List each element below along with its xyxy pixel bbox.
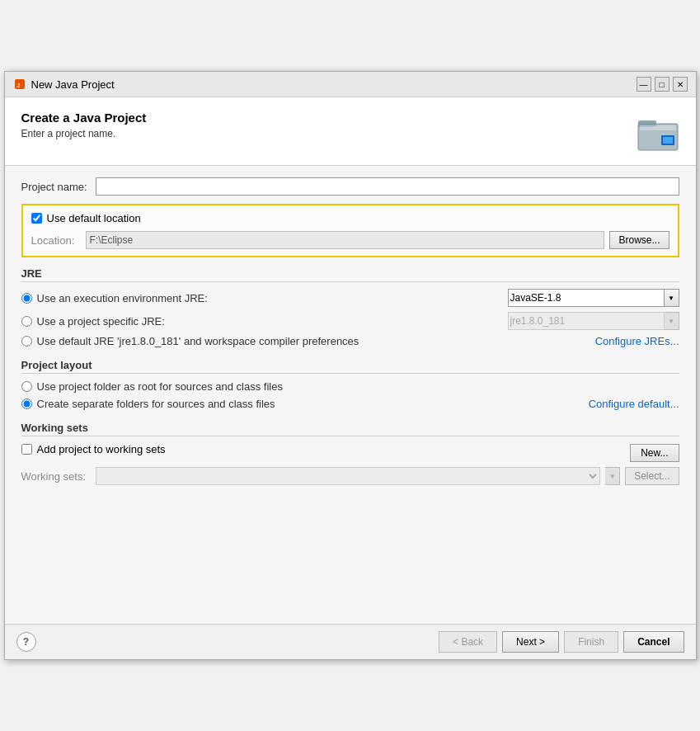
use-default-location-row: Use default location (31, 212, 669, 224)
jre-option1-label: Use an execution environment JRE: (37, 292, 208, 304)
jre-option3-row: Use default JRE 'jre1.8.0_181' and works… (21, 335, 679, 347)
layout-option2-row: Create separate folders for sources and … (21, 398, 679, 410)
layout-option1-label: Use project folder as root for sources a… (37, 380, 283, 393)
jre-combo-arrow[interactable]: ▼ (665, 289, 679, 307)
header-text: Create a Java Project Enter a project na… (21, 111, 147, 139)
jre-option3-left: Use default JRE 'jre1.8.0_181' and works… (21, 335, 359, 347)
header-section: Create a Java Project Enter a project na… (5, 97, 696, 166)
title-bar-left: J New Java Project (13, 78, 115, 91)
jre-option3-radio[interactable] (21, 336, 32, 347)
ws-combo-arrow: ▼ (605, 467, 620, 485)
working-sets-combo[interactable] (96, 467, 601, 485)
layout-option2-radio[interactable] (21, 399, 32, 409)
jre-option2-combo-wrapper: jre1.8.0_181 ▼ (508, 312, 679, 330)
jre-option1-combo-wrapper: JavaSE-1.8 JavaSE-11 JavaSE-17 ▼ (508, 289, 679, 307)
layout-option2-label: Create separate folders for sources and … (37, 398, 275, 410)
jre-option2-radio[interactable] (21, 316, 32, 327)
finish-button[interactable]: Finish (564, 631, 618, 653)
browse-button[interactable]: Browse... (609, 231, 669, 249)
use-default-checkbox[interactable] (31, 213, 42, 224)
working-sets-input-row: Working sets: ▼ Select... (21, 467, 679, 485)
title-bar: J New Java Project — □ ✕ (5, 72, 696, 97)
layout-option2-left: Create separate folders for sources and … (21, 398, 275, 410)
configure-default-link[interactable]: Configure default... (589, 398, 679, 410)
jre-option2-combo-arrow: ▼ (665, 312, 679, 330)
layout-option1-row: Use project folder as root for sources a… (21, 380, 679, 393)
dialog-subtitle: Enter a project name. (21, 128, 147, 139)
working-sets-title: Working sets (21, 422, 679, 436)
add-working-sets-checkbox[interactable] (21, 444, 32, 455)
location-section: Use default location Location: Browse... (21, 204, 679, 257)
jre-option2-label: Use a project specific JRE: (37, 315, 165, 328)
dialog-title: Create a Java Project (21, 111, 147, 125)
jre-title: JRE (21, 267, 679, 282)
footer-buttons: < Back Next > Finish Cancel (439, 631, 684, 653)
window-title: New Java Project (31, 78, 115, 91)
maximize-button[interactable]: □ (655, 77, 669, 92)
layout-title: Project layout (21, 359, 679, 374)
jre-option1-combo[interactable]: JavaSE-1.8 JavaSE-11 JavaSE-17 (508, 289, 665, 307)
add-working-sets-label: Add project to working sets (37, 443, 166, 455)
working-sets-label: Working sets: (21, 470, 91, 483)
working-sets-add-row: Add project to working sets New... (21, 443, 679, 462)
next-button[interactable]: Next > (502, 631, 559, 653)
jre-option1-row: Use an execution environment JRE: JavaSE… (21, 289, 679, 307)
new-working-set-button[interactable]: New... (630, 444, 679, 462)
layout-option1-radio[interactable] (21, 381, 32, 392)
add-to-working-sets-row: Add project to working sets (21, 443, 166, 455)
dialog-window: J New Java Project — □ ✕ Create a Java P… (4, 71, 697, 660)
java-window-icon: J (13, 78, 26, 91)
svg-rect-5 (640, 125, 676, 130)
project-name-row: Project name: (21, 177, 679, 196)
jre-option1-left: Use an execution environment JRE: (21, 292, 208, 304)
location-label: Location: (31, 234, 81, 247)
use-default-label: Use default location (47, 212, 141, 224)
close-button[interactable]: ✕ (673, 77, 688, 92)
back-button[interactable]: < Back (439, 631, 497, 653)
project-name-input[interactable] (96, 177, 679, 196)
working-sets-section: Working sets Add project to working sets… (21, 422, 679, 485)
jre-option2-row: Use a project specific JRE: jre1.8.0_181… (21, 312, 679, 330)
content-area: Project name: Use default location Locat… (5, 166, 696, 624)
svg-text:J: J (16, 82, 20, 89)
folder-icon (637, 111, 679, 153)
svg-rect-7 (663, 137, 673, 144)
jre-option2-combo[interactable]: jre1.8.0_181 (508, 312, 665, 330)
help-button[interactable]: ? (16, 632, 36, 652)
title-bar-controls: — □ ✕ (637, 77, 688, 92)
configure-jres-link[interactable]: Configure JREs... (595, 335, 679, 347)
cancel-button[interactable]: Cancel (623, 631, 684, 653)
jre-section: JRE Use an execution environment JRE: Ja… (21, 267, 679, 347)
select-working-set-button[interactable]: Select... (625, 467, 679, 485)
empty-area (21, 497, 679, 612)
location-input[interactable] (86, 231, 605, 249)
project-name-label: Project name: (21, 181, 96, 193)
footer: ? < Back Next > Finish Cancel (5, 624, 696, 659)
jre-option2-left: Use a project specific JRE: (21, 315, 165, 328)
jre-option3-label: Use default JRE 'jre1.8.0_181' and works… (37, 335, 359, 347)
location-row: Location: Browse... (31, 231, 669, 249)
layout-section: Project layout Use project folder as roo… (21, 359, 679, 410)
jre-option1-radio[interactable] (21, 293, 32, 304)
minimize-button[interactable]: — (637, 77, 651, 92)
